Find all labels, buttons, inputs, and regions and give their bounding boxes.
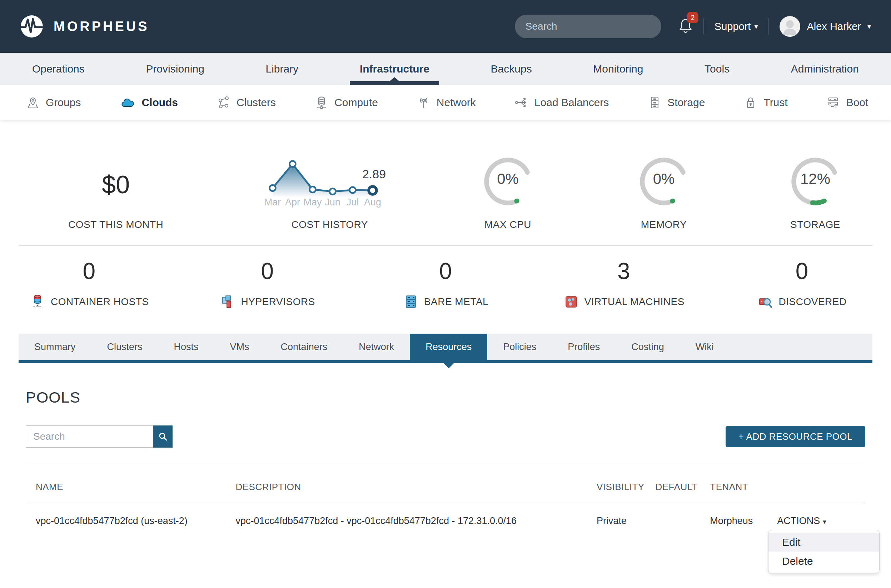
column-header-name: NAME (26, 465, 236, 503)
subnav-item-clusters[interactable]: Clusters (216, 95, 276, 110)
drawer-cabinet-icon (647, 95, 662, 110)
hypervisors-icon (220, 294, 236, 310)
svg-text:Jun: Jun (325, 197, 340, 207)
section-divider (19, 245, 872, 246)
cost-this-month-value: $0 (102, 170, 130, 199)
max-cpu-value: 0% (481, 154, 535, 203)
tab-resources[interactable]: Resources (410, 334, 487, 360)
branch-arrows-icon (514, 95, 529, 110)
subnav-item-compute[interactable]: Compute (314, 95, 378, 110)
count-bare-metal: 0 BARE METAL (357, 258, 535, 310)
page-title: POOLS (26, 388, 865, 406)
subnav-label: Boot (846, 96, 868, 109)
subnav-item-load-balancers[interactable]: Load Balancers (514, 95, 609, 110)
svg-text:2.89: 2.89 (362, 167, 386, 181)
cloud-icon (119, 95, 136, 110)
map-pin-icon (26, 95, 40, 110)
support-menu[interactable]: Support ▾ (714, 21, 758, 33)
count-discovered: 0 DISCOVERED (713, 258, 891, 310)
container-hosts-count: 0 (83, 258, 96, 284)
add-resource-pool-button[interactable]: + ADD RESOURCE POOL (726, 426, 865, 447)
subnav-item-network[interactable]: Network (417, 95, 476, 110)
menu-item-delete[interactable]: Delete (768, 552, 879, 570)
tab-costing[interactable]: Costing (615, 334, 680, 360)
virtual-machines-count: 3 (617, 258, 630, 284)
notification-badge: 2 (687, 12, 699, 23)
svg-text:May: May (303, 197, 322, 207)
nav-item-monitoring[interactable]: Monitoring (590, 53, 646, 85)
antenna-icon (417, 95, 431, 110)
subnav-item-boot[interactable]: Boot (826, 95, 868, 110)
chevron-down-icon: ▾ (823, 518, 826, 525)
bare-metal-icon (403, 294, 419, 310)
tab-policies[interactable]: Policies (487, 334, 552, 360)
tab-wiki[interactable]: Wiki (680, 334, 729, 360)
main-nav: Operations Provisioning Library Infrastr… (0, 53, 891, 85)
nav-item-operations[interactable]: Operations (28, 53, 88, 85)
pools-search-input[interactable] (26, 426, 153, 448)
nav-item-library[interactable]: Library (262, 53, 302, 85)
count-virtual-machines: 3 VIRTUAL MACHINES (534, 258, 713, 310)
header-divider (704, 18, 704, 34)
nav-item-administration[interactable]: Administration (788, 53, 862, 85)
global-search[interactable] (515, 15, 661, 38)
tab-containers[interactable]: Containers (265, 334, 344, 360)
pools-search-button[interactable] (153, 426, 172, 448)
bare-metal-label: BARE METAL (424, 296, 488, 308)
tab-summary[interactable]: Summary (19, 334, 92, 360)
pools-search (26, 426, 172, 448)
nav-item-provisioning[interactable]: Provisioning (142, 53, 208, 85)
svg-text:Mar: Mar (266, 197, 281, 207)
virtual-machines-label: VIRTUAL MACHINES (585, 296, 684, 308)
user-menu[interactable]: Alex Harker ▾ (780, 16, 871, 37)
subnav-label: Load Balancers (534, 96, 609, 109)
kpi-storage: 12% STORAGE (740, 134, 891, 230)
cost-history-label: COST HISTORY (291, 219, 368, 230)
padlock-icon (744, 95, 758, 110)
global-search-input[interactable] (525, 21, 654, 32)
svg-text:Jul: Jul (346, 197, 359, 207)
column-header-actions (777, 465, 865, 503)
column-header-visibility: VISIBILITY (597, 465, 656, 503)
column-header-description: DESCRIPTION (236, 465, 597, 503)
column-header-default: DEFAULT (656, 465, 710, 503)
server-up-arrow-icon (826, 95, 841, 110)
count-container-hosts: 0 CONTAINER HOSTS (0, 258, 178, 310)
tab-network[interactable]: Network (343, 334, 410, 360)
tab-profiles[interactable]: Profiles (552, 334, 615, 360)
pool-default-cell (656, 503, 710, 542)
brand-name: MORPHEUS (54, 19, 149, 34)
top-bar: MORPHEUS 2 Support ▾ (0, 0, 891, 53)
notifications-button[interactable]: 2 (678, 18, 693, 35)
storage-value: 12% (789, 154, 842, 203)
memory-value: 0% (637, 154, 691, 203)
nav-item-tools[interactable]: Tools (701, 53, 733, 85)
nav-item-backups[interactable]: Backups (487, 53, 536, 85)
row-actions-dropdown[interactable]: ACTIONS▾ (777, 516, 826, 526)
tab-vms[interactable]: VMs (214, 334, 265, 360)
tab-hosts[interactable]: Hosts (158, 334, 214, 360)
search-icon (158, 432, 168, 441)
count-hypervisors: 0 HYPERVISORS (178, 258, 357, 310)
subnav-item-clouds[interactable]: Clouds (119, 95, 178, 110)
menu-item-edit[interactable]: Edit (768, 532, 879, 552)
hypervisors-count: 0 (261, 258, 274, 284)
subnav-item-trust[interactable]: Trust (744, 95, 788, 110)
morpheus-logo-icon (20, 15, 44, 38)
subnav-item-groups[interactable]: Groups (26, 95, 81, 110)
table-header-row: NAME DESCRIPTION VISIBILITY DEFAULT TENA… (26, 465, 865, 503)
discovered-count: 0 (796, 258, 808, 284)
pools-table: NAME DESCRIPTION VISIBILITY DEFAULT TENA… (26, 465, 865, 542)
max-cpu-label: MAX CPU (484, 219, 531, 230)
inventory-counts-row: 0 CONTAINER HOSTS 0 HYPERVISORS (0, 258, 891, 310)
tab-clusters[interactable]: Clusters (92, 334, 158, 360)
cost-history-chart: MarAprMayJunJulAug2.89 (266, 158, 394, 211)
discovered-icon (758, 294, 774, 310)
subnav-item-storage[interactable]: Storage (647, 95, 705, 110)
kpi-max-cpu: 0% MAX CPU (428, 134, 588, 230)
pool-name-cell[interactable]: vpc-01cc4fdb5477b2fcd (us-east-2) (26, 503, 236, 542)
container-hosts-label: CONTAINER HOSTS (51, 296, 149, 308)
svg-text:Apr: Apr (285, 197, 300, 207)
pools-section: POOLS + ADD RESOURCE POOL NAME DESCRIPTI… (26, 388, 865, 542)
nav-item-infrastructure[interactable]: Infrastructure (356, 53, 433, 85)
